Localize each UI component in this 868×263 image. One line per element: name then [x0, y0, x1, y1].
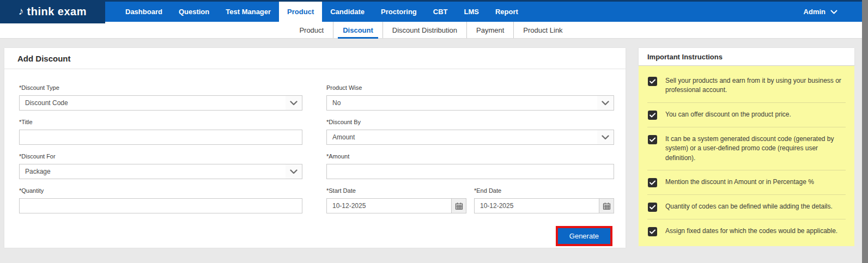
vertical-scrollbar[interactable]	[862, 0, 868, 263]
nav-item-product[interactable]: Product	[279, 2, 322, 22]
card-title: Add Discount	[4, 48, 626, 69]
instruction-text: You can offer discount on the product pr…	[665, 110, 791, 119]
checked-checkbox-icon[interactable]	[648, 135, 657, 144]
start-date-control	[326, 198, 466, 213]
discount-type-field: *Discount Type Discount Code	[19, 84, 302, 111]
amount-field: *Amount	[326, 153, 614, 179]
discount-for-value: Package	[20, 168, 286, 175]
nav-item-candidate[interactable]: Candidate	[322, 2, 373, 22]
discount-type-select[interactable]: Discount Code	[19, 95, 302, 111]
quantity-field: *Quantity	[19, 187, 302, 213]
important-instructions-panel: Important Instructions Sell your product…	[639, 48, 854, 246]
checked-checkbox-icon[interactable]	[648, 111, 657, 120]
list-item: Quantity of codes can be defined while a…	[639, 195, 854, 219]
end-date-picker-button[interactable]	[599, 199, 614, 213]
amount-label: *Amount	[326, 153, 614, 160]
discount-by-select[interactable]: Amount	[326, 130, 614, 145]
checked-checkbox-icon[interactable]	[648, 227, 657, 236]
amount-input[interactable]	[327, 164, 614, 179]
list-item: It can be a system generated discount co…	[639, 127, 854, 170]
music-note-icon: ♪	[19, 6, 24, 16]
instructions-title: Important Instructions	[639, 48, 854, 66]
nav-item-lms[interactable]: LMS	[456, 2, 487, 22]
discount-for-select[interactable]: Package	[19, 164, 302, 179]
title-control	[19, 130, 302, 145]
instruction-text: It can be a system generated discount co…	[665, 134, 845, 163]
end-date-control	[474, 198, 614, 213]
brand-logo[interactable]: ♪ think exam	[0, 0, 105, 23]
calendar-icon	[603, 202, 611, 210]
start-date-input[interactable]	[327, 199, 451, 213]
nav-item-cbt[interactable]: CBT	[425, 2, 456, 22]
instruction-text: Sell your products and earn from it by u…	[665, 76, 845, 95]
chevron-down-icon	[830, 10, 837, 14]
subnav-item-discount-distribution[interactable]: Discount Distribution	[383, 22, 466, 38]
product-subnav: Product Discount Discount Distribution P…	[0, 22, 862, 39]
discount-type-label: *Discount Type	[19, 84, 302, 91]
quantity-label: *Quantity	[19, 187, 302, 194]
chevron-down-icon	[597, 130, 614, 144]
discount-type-value: Discount Code	[20, 99, 286, 107]
nav-item-question[interactable]: Question	[171, 2, 217, 22]
subnav-item-discount[interactable]: Discount	[333, 22, 383, 38]
calendar-icon	[455, 202, 463, 210]
generate-button[interactable]: Generate	[558, 228, 610, 244]
generate-row: Generate	[326, 222, 614, 246]
quantity-control	[19, 198, 302, 213]
date-range-row: *Start Date	[326, 187, 614, 213]
instruction-text: Assign fixed dates for which the codes w…	[665, 227, 837, 236]
chevron-down-icon	[286, 164, 302, 179]
list-item: Assign fixed dates for which the codes w…	[639, 219, 854, 243]
subnav-item-product-link[interactable]: Product Link	[513, 22, 572, 38]
chevron-down-icon	[597, 96, 614, 110]
discount-by-field: *Discount By Amount	[326, 119, 614, 145]
form-left-column: *Discount Type Discount Code *Title *Dis…	[19, 84, 302, 246]
discount-by-value: Amount	[327, 133, 597, 141]
product-wise-select[interactable]: No	[326, 95, 614, 111]
instruction-text: Quantity of codes can be defined while a…	[665, 202, 833, 211]
top-navigation: ♪ think exam Dashboard Question Test Man…	[0, 0, 862, 22]
discount-form: *Discount Type Discount Code *Title *Dis…	[4, 69, 626, 246]
subnav-item-product[interactable]: Product	[290, 22, 333, 38]
nav-item-test-manager[interactable]: Test Manager	[217, 2, 279, 22]
brand-name: think exam	[27, 5, 87, 18]
list-item: You can offer discount on the product pr…	[639, 103, 854, 127]
annotation-highlight-box: Generate	[556, 226, 612, 246]
nav-item-report[interactable]: Report	[487, 2, 526, 22]
form-right-column: Product Wise No *Discount By Amount	[326, 84, 614, 246]
subnav-item-payment[interactable]: Payment	[466, 22, 513, 38]
discount-for-label: *Discount For	[19, 153, 302, 160]
title-field-block: *Title	[19, 119, 302, 145]
topnav-items: Dashboard Question Test Manager Product …	[117, 2, 526, 22]
checked-checkbox-icon[interactable]	[648, 77, 657, 86]
product-wise-value: No	[327, 99, 597, 107]
nav-item-dashboard[interactable]: Dashboard	[117, 2, 171, 22]
list-item: Sell your products and earn from it by u…	[639, 69, 854, 102]
list-item: Mention the discount in Amount or in Per…	[639, 170, 854, 194]
discount-by-label: *Discount By	[326, 119, 614, 125]
product-wise-label: Product Wise	[326, 84, 614, 91]
admin-label: Admin	[804, 8, 825, 16]
end-date-input[interactable]	[475, 199, 599, 213]
add-discount-card: Add Discount *Discount Type Discount Cod…	[4, 48, 626, 248]
title-label: *Title	[19, 119, 302, 125]
nav-item-proctoring[interactable]: Proctoring	[373, 2, 425, 22]
title-input[interactable]	[20, 130, 302, 144]
end-date-field: *End Date	[474, 187, 614, 213]
instructions-list: Sell your products and earn from it by u…	[639, 66, 854, 246]
product-wise-field: Product Wise No	[326, 84, 614, 111]
scrollbar-thumb[interactable]	[862, 0, 868, 263]
checked-checkbox-icon[interactable]	[648, 203, 657, 212]
chevron-down-icon	[286, 96, 302, 110]
discount-for-field: *Discount For Package	[19, 153, 302, 179]
instruction-text: Mention the discount in Amount or in Per…	[665, 178, 814, 187]
checked-checkbox-icon[interactable]	[648, 178, 657, 187]
start-date-field: *Start Date	[326, 187, 466, 213]
start-date-picker-button[interactable]	[451, 199, 466, 213]
admin-user-menu[interactable]: Admin	[804, 2, 837, 22]
quantity-input[interactable]	[20, 199, 302, 213]
start-date-label: *Start Date	[326, 187, 466, 194]
amount-control	[326, 164, 614, 179]
end-date-label: *End Date	[474, 187, 614, 194]
